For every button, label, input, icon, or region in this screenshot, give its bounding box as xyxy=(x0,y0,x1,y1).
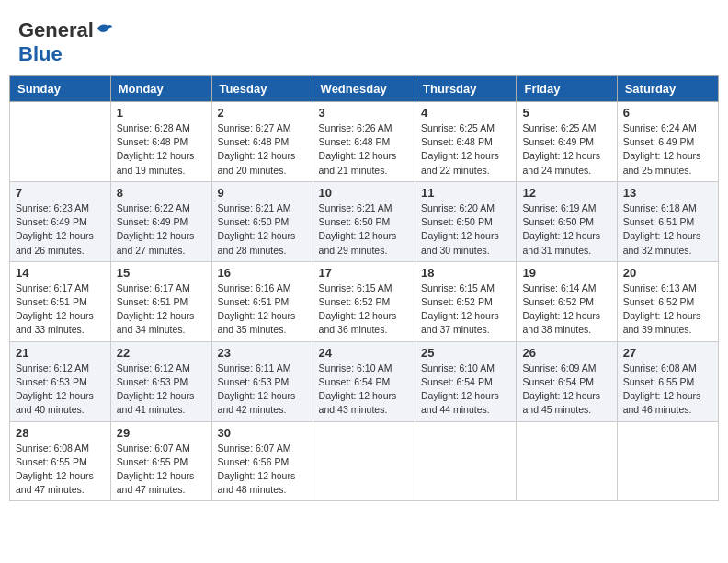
daylight-text: Daylight: 12 hours and 22 minutes. xyxy=(421,150,499,175)
sunrise-text: Sunrise: 6:14 AM xyxy=(522,282,596,293)
daylight-text: Daylight: 12 hours and 43 minutes. xyxy=(319,390,397,415)
day-number: 1 xyxy=(117,106,206,120)
day-number: 19 xyxy=(522,266,610,280)
day-info: Sunrise: 6:09 AM Sunset: 6:54 PM Dayligh… xyxy=(522,362,610,418)
weekday-header-saturday: Saturday xyxy=(617,76,718,102)
day-info: Sunrise: 6:17 AM Sunset: 6:51 PM Dayligh… xyxy=(117,282,206,338)
daylight-text: Daylight: 12 hours and 35 minutes. xyxy=(218,310,296,335)
calendar-cell xyxy=(313,421,415,501)
calendar-cell xyxy=(617,421,718,501)
calendar-cell: 12 Sunrise: 6:19 AM Sunset: 6:50 PM Dayl… xyxy=(517,181,617,261)
calendar-week-row: 7 Sunrise: 6:23 AM Sunset: 6:49 PM Dayli… xyxy=(10,181,719,261)
sunrise-text: Sunrise: 6:15 AM xyxy=(319,282,392,293)
calendar-cell: 1 Sunrise: 6:28 AM Sunset: 6:48 PM Dayli… xyxy=(110,102,211,182)
day-info: Sunrise: 6:24 AM Sunset: 6:49 PM Dayligh… xyxy=(623,121,712,178)
calendar-week-row: 1 Sunrise: 6:28 AM Sunset: 6:48 PM Dayli… xyxy=(10,102,719,182)
calendar-cell: 18 Sunrise: 6:15 AM Sunset: 6:52 PM Dayl… xyxy=(415,261,517,341)
calendar-week-row: 14 Sunrise: 6:17 AM Sunset: 6:51 PM Dayl… xyxy=(10,261,719,341)
day-number: 10 xyxy=(319,186,409,200)
day-info: Sunrise: 6:10 AM Sunset: 6:54 PM Dayligh… xyxy=(319,362,409,418)
day-number: 18 xyxy=(421,266,510,280)
calendar-cell: 4 Sunrise: 6:25 AM Sunset: 6:48 PM Dayli… xyxy=(415,102,517,182)
day-info: Sunrise: 6:26 AM Sunset: 6:48 PM Dayligh… xyxy=(319,121,409,178)
daylight-text: Daylight: 12 hours and 29 minutes. xyxy=(319,230,397,255)
sunrise-text: Sunrise: 6:25 AM xyxy=(421,122,495,133)
day-number: 17 xyxy=(319,266,409,280)
daylight-text: Daylight: 12 hours and 20 minutes. xyxy=(218,150,296,175)
sunset-text: Sunset: 6:51 PM xyxy=(623,216,695,227)
sunrise-text: Sunrise: 6:09 AM xyxy=(522,362,596,373)
calendar-cell xyxy=(517,421,617,501)
calendar-cell: 16 Sunrise: 6:16 AM Sunset: 6:51 PM Dayl… xyxy=(211,261,313,341)
sunset-text: Sunset: 6:49 PM xyxy=(16,216,87,227)
sunrise-text: Sunrise: 6:24 AM xyxy=(623,122,697,133)
day-number: 15 xyxy=(117,266,206,280)
logo: General Blue xyxy=(18,18,114,66)
calendar-cell: 11 Sunrise: 6:20 AM Sunset: 6:50 PM Dayl… xyxy=(415,181,517,261)
day-info: Sunrise: 6:25 AM Sunset: 6:48 PM Dayligh… xyxy=(421,121,510,178)
calendar-cell: 20 Sunrise: 6:13 AM Sunset: 6:52 PM Dayl… xyxy=(617,261,718,341)
weekday-header-row: SundayMondayTuesdayWednesdayThursdayFrid… xyxy=(10,76,719,102)
sunrise-text: Sunrise: 6:25 AM xyxy=(522,122,596,133)
sunrise-text: Sunrise: 6:12 AM xyxy=(117,362,190,373)
calendar-cell: 28 Sunrise: 6:08 AM Sunset: 6:55 PM Dayl… xyxy=(10,421,111,501)
sunrise-text: Sunrise: 6:08 AM xyxy=(16,442,89,454)
sunrise-text: Sunrise: 6:23 AM xyxy=(16,202,89,213)
daylight-text: Daylight: 12 hours and 42 minutes. xyxy=(218,390,296,415)
day-info: Sunrise: 6:15 AM Sunset: 6:52 PM Dayligh… xyxy=(421,282,510,338)
day-number: 9 xyxy=(218,186,307,200)
day-number: 23 xyxy=(218,346,307,360)
daylight-text: Daylight: 12 hours and 33 minutes. xyxy=(16,310,94,335)
day-number: 6 xyxy=(623,106,712,120)
daylight-text: Daylight: 12 hours and 48 minutes. xyxy=(218,470,296,495)
daylight-text: Daylight: 12 hours and 37 minutes. xyxy=(421,310,499,335)
calendar-cell: 3 Sunrise: 6:26 AM Sunset: 6:48 PM Dayli… xyxy=(313,102,415,182)
daylight-text: Daylight: 12 hours and 25 minutes. xyxy=(623,150,701,175)
sunset-text: Sunset: 6:50 PM xyxy=(218,216,290,227)
daylight-text: Daylight: 12 hours and 39 minutes. xyxy=(623,310,701,335)
day-number: 11 xyxy=(421,186,510,200)
sunset-text: Sunset: 6:55 PM xyxy=(117,456,188,467)
sunrise-text: Sunrise: 6:17 AM xyxy=(16,282,89,293)
calendar-cell: 15 Sunrise: 6:17 AM Sunset: 6:51 PM Dayl… xyxy=(110,261,211,341)
daylight-text: Daylight: 12 hours and 44 minutes. xyxy=(421,390,499,415)
day-number: 4 xyxy=(421,106,510,120)
sunrise-text: Sunrise: 6:16 AM xyxy=(218,282,291,293)
sunset-text: Sunset: 6:53 PM xyxy=(117,376,188,387)
day-number: 21 xyxy=(16,346,105,360)
weekday-header-friday: Friday xyxy=(517,76,617,102)
calendar-cell: 22 Sunrise: 6:12 AM Sunset: 6:53 PM Dayl… xyxy=(110,341,211,421)
calendar-week-row: 21 Sunrise: 6:12 AM Sunset: 6:53 PM Dayl… xyxy=(10,341,719,421)
calendar-cell: 2 Sunrise: 6:27 AM Sunset: 6:48 PM Dayli… xyxy=(211,102,313,182)
sunset-text: Sunset: 6:53 PM xyxy=(218,376,290,387)
sunrise-text: Sunrise: 6:27 AM xyxy=(218,122,291,133)
sunrise-text: Sunrise: 6:19 AM xyxy=(522,202,596,213)
day-info: Sunrise: 6:08 AM Sunset: 6:55 PM Dayligh… xyxy=(623,362,712,418)
logo-bird-icon xyxy=(96,20,114,37)
calendar-cell xyxy=(415,421,517,501)
day-number: 27 xyxy=(623,346,712,360)
day-number: 14 xyxy=(16,266,105,280)
daylight-text: Daylight: 12 hours and 46 minutes. xyxy=(623,390,701,415)
sunset-text: Sunset: 6:48 PM xyxy=(421,136,493,147)
day-number: 28 xyxy=(16,426,105,440)
calendar-cell: 5 Sunrise: 6:25 AM Sunset: 6:49 PM Dayli… xyxy=(517,102,617,182)
daylight-text: Daylight: 12 hours and 40 minutes. xyxy=(16,390,94,415)
sunrise-text: Sunrise: 6:18 AM xyxy=(623,202,697,213)
calendar-cell: 23 Sunrise: 6:11 AM Sunset: 6:53 PM Dayl… xyxy=(211,341,313,421)
day-info: Sunrise: 6:08 AM Sunset: 6:55 PM Dayligh… xyxy=(16,442,105,498)
calendar-cell: 8 Sunrise: 6:22 AM Sunset: 6:49 PM Dayli… xyxy=(110,181,211,261)
sunset-text: Sunset: 6:54 PM xyxy=(421,376,493,387)
sunset-text: Sunset: 6:51 PM xyxy=(117,296,188,307)
daylight-text: Daylight: 12 hours and 32 minutes. xyxy=(623,230,701,255)
sunset-text: Sunset: 6:50 PM xyxy=(522,216,594,227)
day-info: Sunrise: 6:11 AM Sunset: 6:53 PM Dayligh… xyxy=(218,362,307,418)
daylight-text: Daylight: 12 hours and 47 minutes. xyxy=(117,470,195,495)
sunrise-text: Sunrise: 6:17 AM xyxy=(117,282,190,293)
sunset-text: Sunset: 6:49 PM xyxy=(522,136,594,147)
weekday-header-thursday: Thursday xyxy=(415,76,517,102)
day-info: Sunrise: 6:13 AM Sunset: 6:52 PM Dayligh… xyxy=(623,282,712,338)
logo-blue-text: Blue xyxy=(18,42,63,66)
calendar-cell: 9 Sunrise: 6:21 AM Sunset: 6:50 PM Dayli… xyxy=(211,181,313,261)
sunrise-text: Sunrise: 6:21 AM xyxy=(218,202,291,213)
